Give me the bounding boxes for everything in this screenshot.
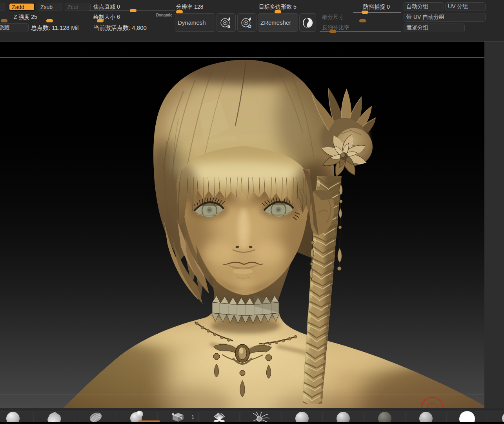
svg-text:S: S	[227, 24, 230, 29]
svg-text:D: D	[248, 24, 251, 29]
